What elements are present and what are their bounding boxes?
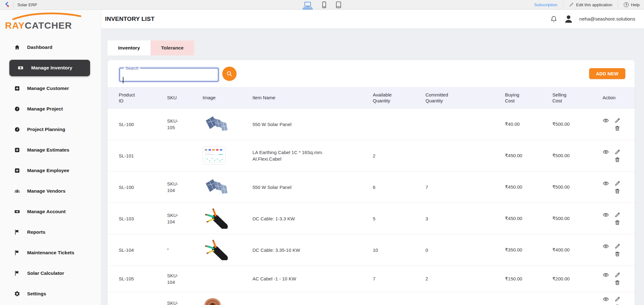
delete-icon[interactable] xyxy=(614,156,621,163)
delete-icon[interactable] xyxy=(614,303,621,305)
table-row: SL-100 SKU-104 550 W Solar Panel 6 7 ₹45… xyxy=(108,171,635,203)
tablet-preview-icon[interactable] xyxy=(336,0,341,9)
view-icon[interactable] xyxy=(603,117,609,124)
inventory-card: Search ADD NEW ProductID SKU Image Item … xyxy=(108,60,635,305)
edit-icon[interactable] xyxy=(614,296,621,303)
committed-qty: 3 xyxy=(425,216,505,221)
sidebar-item-manage-employee[interactable]: Manage Employee xyxy=(0,160,101,181)
delete-icon[interactable] xyxy=(614,279,621,286)
available-qty: 5 xyxy=(373,216,425,221)
product-id: SL-104 xyxy=(119,247,167,253)
sidebar-item-solar-calculator[interactable]: Solar Calculator xyxy=(0,263,101,284)
sidebar-item-dashboard[interactable]: Dashboard xyxy=(0,37,101,58)
avatar[interactable] xyxy=(563,14,574,24)
spacer xyxy=(603,219,609,226)
search-button[interactable] xyxy=(222,67,237,81)
phone-preview-icon[interactable] xyxy=(322,0,326,9)
tab-tolerance[interactable]: Tolerance xyxy=(151,40,194,55)
spacer xyxy=(603,188,609,194)
edit-icon[interactable] xyxy=(614,117,621,124)
sidebar-item-manage-account[interactable]: Manage Account xyxy=(0,201,101,222)
banknote-icon xyxy=(14,209,20,215)
text-caret xyxy=(123,77,123,83)
product-id: SL-103 xyxy=(119,216,167,221)
flag-icon xyxy=(14,229,20,235)
sidebar-item-project-planning[interactable]: Project Planning xyxy=(0,119,101,140)
app-title: Solar ERP xyxy=(17,2,37,7)
sidebar-item-manage-inventory[interactable]: Manage Inventory xyxy=(9,60,90,76)
sku: SKU- xyxy=(167,300,203,305)
notification-bell-icon[interactable] xyxy=(550,15,558,23)
available-qty: 7 xyxy=(373,276,425,281)
view-icon[interactable] xyxy=(603,272,609,278)
delete-icon[interactable] xyxy=(614,188,621,194)
sidebar-item-settings[interactable]: Settings xyxy=(0,284,101,304)
row-actions xyxy=(603,117,621,131)
sidebar-item-reports[interactable]: Reports xyxy=(0,222,101,242)
subscription-link[interactable]: Subscription xyxy=(534,2,557,7)
view-icon[interactable] xyxy=(603,180,609,187)
sidebar: RAYCATCHER Dashboard Manage Inventory Ma… xyxy=(0,10,101,305)
product-image-chart-document xyxy=(203,147,252,165)
sidebar-item-maintenance-tickets[interactable]: Maintenance Tickets xyxy=(0,242,101,263)
add-new-button[interactable]: ADD NEW xyxy=(589,68,625,79)
view-icon[interactable] xyxy=(603,149,609,155)
selling-cost: ₹400.00 xyxy=(552,247,603,253)
delete-icon[interactable] xyxy=(614,219,621,226)
people-icon xyxy=(14,188,20,194)
help-button[interactable]: ? Help xyxy=(624,2,640,7)
sidebar-item-manage-vendors[interactable]: Manage Vendors xyxy=(0,181,101,201)
divider xyxy=(13,2,14,7)
sidebar-item-manage-estimates[interactable]: Manage Estimates xyxy=(0,140,101,160)
product-image-copper-coil xyxy=(203,294,252,305)
buying-cost: ₹450.00 xyxy=(505,153,552,158)
spacer xyxy=(603,251,609,257)
spacer xyxy=(603,303,609,305)
search-input[interactable] xyxy=(123,71,215,79)
divider xyxy=(563,0,563,10)
edit-application-button[interactable]: Edit this application xyxy=(569,2,612,7)
delete-icon[interactable] xyxy=(614,125,621,131)
committed-qty: 7 xyxy=(425,185,505,190)
clock-icon xyxy=(14,106,20,112)
sidebar-item-manage-project[interactable]: Manage Project xyxy=(0,99,101,119)
table-row: SL-103 SKU-104 DC Cable: 1-3.3 KW 5 3 ₹4… xyxy=(108,203,635,234)
flag-icon xyxy=(14,270,20,276)
search-field-label: Search xyxy=(124,66,140,71)
product-id: SL-101 xyxy=(119,153,167,158)
edit-icon[interactable] xyxy=(614,212,621,218)
product-image-solar-panel xyxy=(203,115,252,134)
view-icon[interactable] xyxy=(603,212,609,218)
sku: SKU-104 xyxy=(167,212,203,225)
table-row: SL-104 " DC Cable: 3.35-10 KW 10 0 ₹350.… xyxy=(108,234,635,265)
sku: SKU-104 xyxy=(167,181,203,194)
table-row: SL-100 SKU-105 550 W Solar Panel ₹40.00 … xyxy=(108,108,635,140)
col-image: Image xyxy=(203,95,252,101)
edit-icon[interactable] xyxy=(614,243,621,250)
sidebar-item-manage-customer[interactable]: Manage Customer xyxy=(0,78,101,99)
product-id: SL-105 xyxy=(119,276,167,281)
tab-inventory[interactable]: Inventory xyxy=(108,40,151,55)
selling-cost: ₹500.00 xyxy=(552,216,603,221)
table-row: SL-105 SKU-104 AC Cabel -1 - 10 KW 7 2 ₹… xyxy=(108,265,635,292)
clock-icon xyxy=(14,126,20,133)
sku: SKU-104 xyxy=(167,272,203,285)
product-image-dc-cable xyxy=(203,208,252,229)
app-logo-icon[interactable] xyxy=(4,2,10,8)
edit-icon[interactable] xyxy=(614,180,621,187)
committed-qty: 2 xyxy=(425,276,505,281)
col-sku: SKU xyxy=(167,95,203,101)
product-id: SL-100 xyxy=(119,185,167,190)
laptop-preview-icon[interactable] xyxy=(303,0,313,9)
col-available-qty: AvailableQuantity xyxy=(373,92,425,104)
col-buying-cost: BuyingCost xyxy=(505,92,552,104)
view-icon[interactable] xyxy=(603,243,609,250)
edit-icon[interactable] xyxy=(614,272,621,278)
delete-icon[interactable] xyxy=(614,251,621,257)
brand-logo: RAYCATCHER xyxy=(0,10,101,37)
selling-cost: ₹200.00 xyxy=(552,276,603,282)
available-qty: 10 xyxy=(373,247,425,253)
tab-bar: Inventory Tolerance xyxy=(108,40,194,55)
view-icon[interactable] xyxy=(603,296,609,303)
edit-icon[interactable] xyxy=(614,149,621,155)
